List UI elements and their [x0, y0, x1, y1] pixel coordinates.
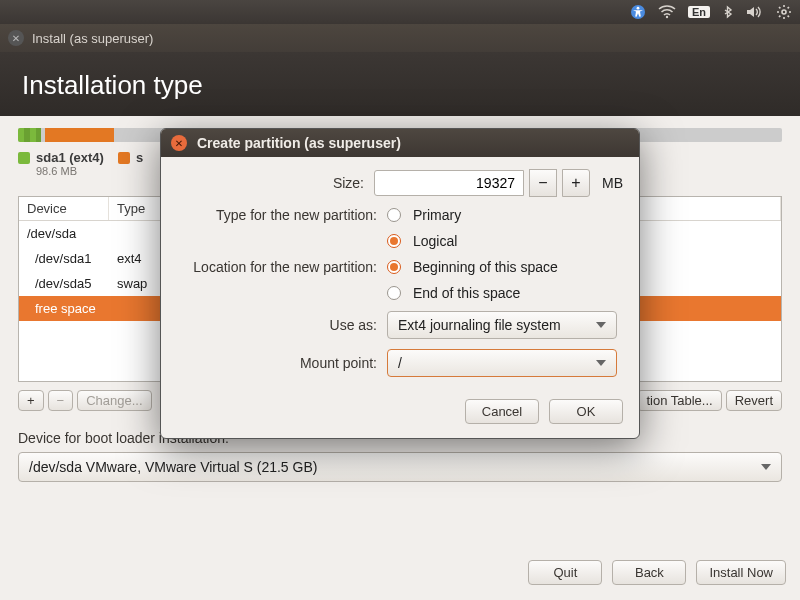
new-partition-table-button[interactable]: tion Table... — [637, 390, 721, 411]
bluetooth-icon[interactable] — [722, 4, 734, 20]
partition-type-label: Type for the new partition: — [177, 207, 387, 223]
radio-logical[interactable] — [387, 234, 401, 248]
cancel-button[interactable]: Cancel — [465, 399, 539, 424]
revert-button[interactable]: Revert — [726, 390, 782, 411]
th-type[interactable]: Type — [109, 197, 161, 220]
close-icon[interactable]: ✕ — [8, 30, 24, 46]
top-panel: En — [0, 0, 800, 24]
bootloader-select[interactable]: /dev/sda VMware, VMware Virtual S (21.5 … — [18, 452, 782, 482]
add-partition-button[interactable]: + — [18, 390, 44, 411]
size-input[interactable] — [374, 170, 524, 196]
change-partition-button: Change... — [77, 390, 151, 411]
useas-label: Use as: — [177, 317, 387, 333]
legend-sda1-name: sda1 (ext4) — [36, 150, 104, 165]
radio-logical-label: Logical — [413, 233, 457, 249]
legend-swatch-sda1 — [18, 152, 30, 164]
mountpoint-select[interactable]: / — [387, 349, 617, 377]
size-label: Size: — [177, 175, 374, 191]
legend-sda1-size: 98.6 MB — [36, 165, 104, 177]
radio-end-label: End of this space — [413, 285, 520, 301]
gear-icon[interactable] — [776, 4, 792, 20]
bottom-bar: Quit Back Install Now — [0, 544, 800, 600]
installer-titlebar: ✕ Install (as superuser) — [0, 24, 800, 52]
accessibility-icon[interactable] — [630, 4, 646, 20]
svg-point-2 — [666, 16, 668, 18]
radio-primary-label: Primary — [413, 207, 461, 223]
ok-button[interactable]: OK — [549, 399, 623, 424]
useas-select[interactable]: Ext4 journaling file system — [387, 311, 617, 339]
window-title: Install (as superuser) — [32, 31, 153, 46]
size-decrement-button[interactable]: − — [529, 169, 557, 197]
language-indicator[interactable]: En — [688, 6, 710, 18]
dialog-title: Create partition (as superuser) — [197, 135, 401, 151]
size-increment-button[interactable]: + — [562, 169, 590, 197]
mountpoint-label: Mount point: — [177, 355, 387, 371]
th-device[interactable]: Device — [19, 197, 109, 220]
dialog-titlebar: ✕ Create partition (as superuser) — [161, 129, 639, 157]
volume-icon[interactable] — [746, 5, 764, 19]
radio-beginning[interactable] — [387, 260, 401, 274]
create-partition-dialog: ✕ Create partition (as superuser) Size: … — [160, 128, 640, 439]
install-now-button[interactable]: Install Now — [696, 560, 786, 585]
back-button[interactable]: Back — [612, 560, 686, 585]
radio-beginning-label: Beginning of this space — [413, 259, 558, 275]
svg-point-1 — [637, 7, 640, 10]
network-icon[interactable] — [658, 5, 676, 19]
partition-location-label: Location for the new partition: — [177, 259, 387, 275]
legend-s-label: s — [136, 150, 143, 165]
page-title: Installation type — [22, 70, 203, 101]
partition-legend: sda1 (ext4) 98.6 MB s — [18, 150, 143, 177]
size-unit: MB — [602, 175, 623, 191]
radio-end[interactable] — [387, 286, 401, 300]
radio-primary[interactable] — [387, 208, 401, 222]
remove-partition-button: − — [48, 390, 74, 411]
legend-swatch-s — [118, 152, 130, 164]
close-icon[interactable]: ✕ — [171, 135, 187, 151]
quit-button[interactable]: Quit — [528, 560, 602, 585]
svg-point-3 — [782, 10, 786, 14]
